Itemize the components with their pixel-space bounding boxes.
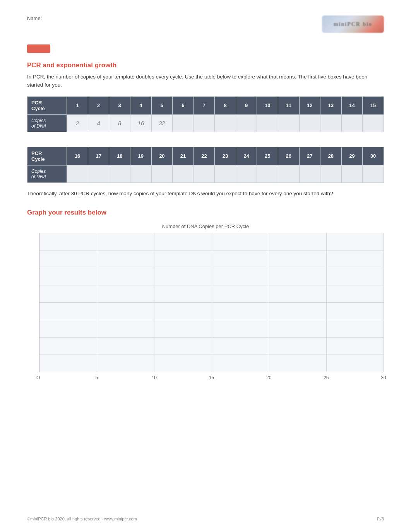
section-title: PCR and exponential growth: [27, 61, 384, 69]
table1-val-13[interactable]: [320, 114, 342, 132]
table2-val-24[interactable]: [236, 165, 257, 182]
table1-val-3[interactable]: 8: [109, 114, 130, 132]
table2-val-27[interactable]: [299, 165, 320, 182]
table2-cycle-17: 17: [88, 147, 109, 165]
table2-val-17[interactable]: [88, 165, 109, 182]
table1-val-5[interactable]: 32: [151, 114, 173, 132]
table2-wrapper: PCRCycle 16 17 18 19 20 21 22 23 24 25 2…: [27, 147, 384, 183]
table2-val-25[interactable]: [257, 165, 278, 182]
table2-val-21[interactable]: [173, 165, 194, 182]
table1-cycle-2: 2: [88, 96, 109, 114]
table1-cycle-1: 1: [67, 96, 88, 114]
vline-5: 5: [97, 233, 97, 372]
table2-cycle-22: 22: [194, 147, 215, 165]
table2-val-28[interactable]: [320, 165, 342, 182]
table2-val-22[interactable]: [194, 165, 215, 182]
table2-cycle-20: 20: [151, 147, 173, 165]
page: Name: miniPCR bio PCR and exponential gr…: [0, 0, 411, 532]
table2-val-20[interactable]: [151, 165, 173, 182]
table1-cycle-12: 12: [299, 96, 320, 114]
header: Name: miniPCR bio: [27, 15, 384, 33]
xlabel-20: 20: [266, 375, 271, 380]
chart-grid: 5 10 15 20 25 30 O: [39, 233, 384, 372]
table1-cycle-9: 9: [236, 96, 257, 114]
xlabel-15: 15: [209, 375, 214, 380]
table1-val-7[interactable]: [194, 114, 215, 132]
table1-val-6[interactable]: [173, 114, 194, 132]
table1-cycle-4: 4: [130, 96, 152, 114]
table1-val-15[interactable]: [363, 114, 384, 132]
table2-cycle-19: 19: [130, 147, 152, 165]
table2-val-18[interactable]: [109, 165, 130, 182]
table2-cycle-29: 29: [341, 147, 363, 165]
table1-val-10[interactable]: [257, 114, 278, 132]
table1-cycle-7: 7: [194, 96, 215, 114]
xlabel-0: O: [36, 375, 40, 380]
table2-val-19[interactable]: [130, 165, 152, 182]
table1-cycle-15: 15: [363, 96, 384, 114]
table1-data-label: Copiesof DNA: [27, 114, 67, 132]
table2-cycle-23: 23: [215, 147, 236, 165]
vline-20: 20: [269, 233, 269, 372]
xlabel-5: 5: [96, 375, 98, 380]
table2-cycle-21: 21: [173, 147, 194, 165]
table1-cycle-11: 11: [278, 96, 299, 114]
footer-page: P./3: [377, 517, 384, 521]
table1-val-2[interactable]: 4: [88, 114, 109, 132]
xlabel-30: 30: [381, 375, 386, 380]
table1-val-9[interactable]: [236, 114, 257, 132]
table2-cycle-30: 30: [363, 147, 384, 165]
table1-val-14[interactable]: [341, 114, 363, 132]
chart-container: Number of DNA Copies per PCR Cycle 5: [27, 223, 384, 372]
red-bar-icon: [27, 44, 50, 53]
chart-title: Number of DNA Copies per PCR Cycle: [162, 223, 249, 229]
table2-cycle-25: 25: [257, 147, 278, 165]
table1-val-12[interactable]: [299, 114, 320, 132]
logo-image: miniPCR bio: [322, 15, 384, 33]
xlabel-10: 10: [152, 375, 157, 380]
table1: PCRCycle 1 2 3 4 5 6 7 8 9 10 11 12 13 1…: [27, 96, 384, 132]
vline-15: 15: [212, 233, 212, 372]
table2-val-23[interactable]: [215, 165, 236, 182]
table2-cycle-16: 16: [67, 147, 88, 165]
graph-section-title: Graph your results below: [27, 209, 384, 217]
table2-val-16[interactable]: [67, 165, 88, 182]
table1-cycle-13: 13: [320, 96, 342, 114]
footer: ©miniPCR bio 2020, all rights reserved ·…: [27, 517, 384, 521]
table1-cycle-6: 6: [173, 96, 194, 114]
table1-cycle-5: 5: [151, 96, 173, 114]
intro-text: In PCR, the number of copies of your tem…: [27, 73, 384, 89]
chart-area: 5 10 15 20 25 30 O: [27, 233, 384, 372]
table2-data-label: Copiesof DNA: [27, 165, 67, 182]
logo-area: miniPCR bio: [322, 15, 384, 33]
table2-val-26[interactable]: [278, 165, 299, 182]
table1-header-col: PCRCycle: [27, 96, 67, 114]
table1-val-11[interactable]: [278, 114, 299, 132]
table1-val-1[interactable]: 2: [67, 114, 88, 132]
table2-val-30[interactable]: [363, 165, 384, 182]
xlabel-25: 25: [324, 375, 329, 380]
chart-y-axis: [27, 233, 39, 372]
table2-val-29[interactable]: [341, 165, 363, 182]
table2-cycle-28: 28: [320, 147, 342, 165]
table1-cycle-8: 8: [215, 96, 236, 114]
table2-header-col: PCRCycle: [27, 147, 67, 165]
vline-10: 10: [154, 233, 154, 372]
vline-25: 25: [326, 233, 327, 372]
name-label: Name:: [27, 15, 42, 21]
table2: PCRCycle 16 17 18 19 20 21 22 23 24 25 2…: [27, 147, 384, 183]
table1-cycle-14: 14: [341, 96, 363, 114]
table1-cycle-3: 3: [109, 96, 130, 114]
table1-wrapper: PCRCycle 1 2 3 4 5 6 7 8 9 10 11 12 13 1…: [27, 96, 384, 132]
table1-val-4[interactable]: 16: [130, 114, 152, 132]
vline-30: 30: [384, 233, 384, 372]
table1-val-8[interactable]: [215, 114, 236, 132]
table1-cycle-10: 10: [257, 96, 278, 114]
table2-cycle-24: 24: [236, 147, 257, 165]
table2-cycle-26: 26: [278, 147, 299, 165]
table2-cycle-18: 18: [109, 147, 130, 165]
footer-copyright: ©miniPCR bio 2020, all rights reserved ·…: [27, 517, 137, 521]
question-text: Theoretically, after 30 PCR cycles, how …: [27, 190, 384, 198]
table2-cycle-27: 27: [299, 147, 320, 165]
